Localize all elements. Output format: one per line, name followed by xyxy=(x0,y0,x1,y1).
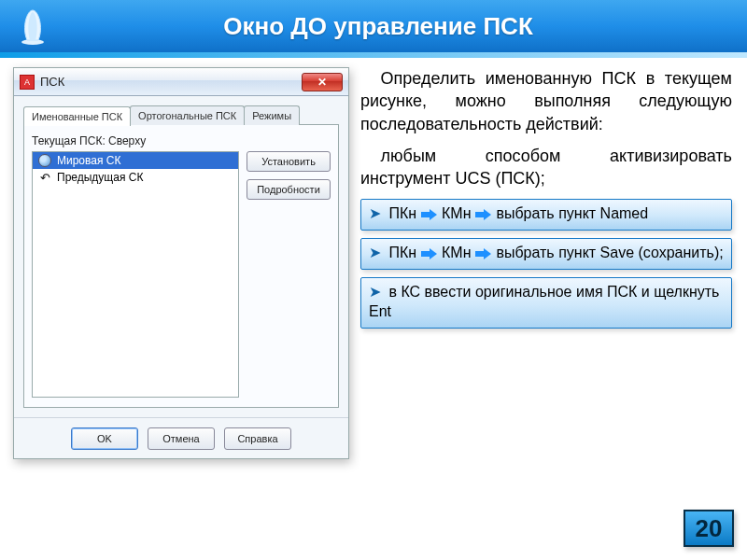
slide-header: Окно ДО управление ПСК xyxy=(0,0,747,52)
page-number: 20 xyxy=(684,510,734,547)
step-item: ➤ в КС ввести оригинальное имя ПСК и щел… xyxy=(360,277,732,329)
list-item[interactable]: ↶ Предыдущая СК xyxy=(33,169,238,186)
slide-title: Окно ДО управление ПСК xyxy=(56,12,747,41)
globe-icon xyxy=(38,154,51,167)
arrow-right-icon xyxy=(421,248,438,259)
ucs-listbox[interactable]: Мировая СК ↶ Предыдущая СК xyxy=(32,151,239,398)
chevron-icon: ➤ xyxy=(369,284,381,300)
step-text: выбрать пункт Named xyxy=(496,205,648,221)
app-logo xyxy=(9,3,56,49)
help-button[interactable]: Справка xyxy=(224,427,291,450)
cancel-button[interactable]: Отмена xyxy=(148,427,215,450)
current-ucs-label: Текущая ПСК: Сверху xyxy=(32,134,239,147)
dialog-title: ПСК xyxy=(40,75,64,89)
step-text: в КС ввести оригинальное имя ПСК и щелкн… xyxy=(369,284,719,320)
dialog-body: Именованные ПСК Ортогональные ПСК Режимы… xyxy=(14,96,348,417)
text-column: Определить именованную ПСК в текущем рис… xyxy=(349,58,747,560)
close-icon: ✕ xyxy=(317,76,327,89)
tab-named-ucs[interactable]: Именованные ПСК xyxy=(23,106,131,126)
arrow-right-icon xyxy=(421,209,438,220)
step-item: ➤ ПКн КМн выбрать пункт Save (сохранить)… xyxy=(360,238,732,270)
panel-right: Установить Подробности xyxy=(247,134,331,398)
back-arrow-icon: ↶ xyxy=(38,171,51,184)
details-button[interactable]: Подробности xyxy=(247,179,331,200)
dialog-window: A ПСК ✕ Именованные ПСК Ортогональные ПС… xyxy=(13,67,349,459)
paragraph: любым способом активизировать инструмент… xyxy=(360,145,732,190)
step-text: выбрать пункт Save (сохранить); xyxy=(496,245,723,260)
step-text: КМн xyxy=(442,205,471,221)
app-small-icon: A xyxy=(20,75,35,90)
ok-button[interactable]: OK xyxy=(71,427,138,450)
dialog-titlebar[interactable]: A ПСК ✕ xyxy=(14,68,348,96)
step-text: КМн xyxy=(442,245,471,260)
tab-panel: Текущая ПСК: Сверху Мировая СК ↶ Предыду… xyxy=(23,124,339,408)
tab-strip: Именованные ПСК Ортогональные ПСК Режимы xyxy=(23,105,339,125)
dialog-footer: OK Отмена Справка xyxy=(14,417,348,458)
chevron-icon: ➤ xyxy=(369,205,381,221)
list-item[interactable]: Мировая СК xyxy=(33,152,238,169)
list-item-label: Предыдущая СК xyxy=(57,171,143,184)
tab-modes[interactable]: Режимы xyxy=(244,105,300,125)
arrow-right-icon xyxy=(475,248,492,259)
set-current-button[interactable]: Установить xyxy=(247,151,331,172)
step-text: ПКн xyxy=(388,245,416,260)
close-button[interactable]: ✕ xyxy=(302,73,343,91)
paragraph: Определить именованную ПСК в текущем рис… xyxy=(360,67,732,135)
tab-orthogonal-ucs[interactable]: Ортогональные ПСК xyxy=(130,105,245,125)
step-text: ПКн xyxy=(388,205,416,221)
panel-left: Текущая ПСК: Сверху Мировая СК ↶ Предыду… xyxy=(32,134,239,398)
step-item: ➤ ПКн КМн выбрать пункт Named xyxy=(360,199,732,231)
list-item-label: Мировая СК xyxy=(57,154,120,167)
arrow-right-icon xyxy=(475,209,492,220)
chevron-icon: ➤ xyxy=(369,245,381,260)
